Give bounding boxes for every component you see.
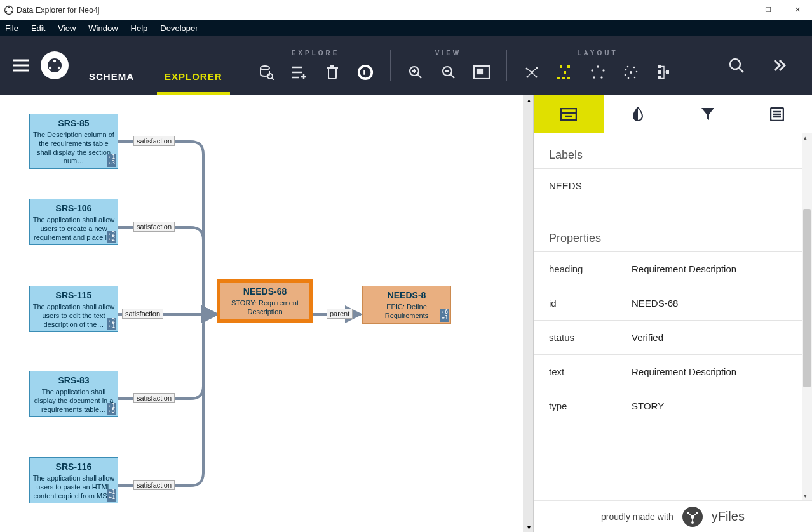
property-row: textRequirement Description — [534, 354, 812, 389]
menu-window[interactable]: Window — [88, 23, 118, 33]
tab-schema[interactable]: SCHEMA — [86, 71, 137, 95]
yfiles-logo-icon — [682, 507, 703, 527]
circle-play-icon[interactable] — [357, 64, 374, 81]
svg-point-32 — [600, 76, 602, 78]
property-row: statusVerified — [534, 320, 812, 354]
property-row: headingRequirement Description — [534, 251, 812, 286]
svg-point-42 — [624, 74, 626, 76]
svg-rect-43 — [658, 65, 661, 68]
svg-rect-44 — [658, 70, 661, 74]
svg-rect-29 — [567, 77, 570, 79]
edge-label: satisfaction — [122, 309, 163, 319]
svg-point-36 — [625, 69, 626, 71]
expand-icon[interactable] — [771, 57, 788, 74]
svg-rect-28 — [562, 77, 565, 79]
svg-point-34 — [591, 69, 593, 71]
svg-rect-45 — [658, 76, 661, 79]
edge-label: parent — [327, 309, 353, 319]
svg-point-40 — [633, 77, 635, 79]
search-icon[interactable] — [728, 57, 745, 74]
svg-rect-25 — [567, 65, 570, 68]
svg-rect-46 — [666, 70, 669, 74]
svg-rect-13 — [363, 70, 365, 74]
menu-view[interactable]: View — [58, 23, 76, 33]
add-list-icon[interactable] — [291, 64, 308, 81]
node-srs-115[interactable]: SRS-115 The application shall allow user… — [29, 286, 118, 332]
svg-point-35 — [630, 71, 632, 74]
node-srs-83[interactable]: SRS-83 The application shall display the… — [29, 371, 118, 417]
svg-point-12 — [360, 67, 370, 78]
zoom-in-icon[interactable] — [407, 64, 424, 81]
edge-label: satisfaction — [133, 393, 175, 403]
panel-tab-details[interactable] — [534, 95, 604, 133]
property-row: idNEEDS-68 — [534, 286, 812, 320]
app-icon — [4, 5, 14, 15]
edge-label: satisfaction — [133, 136, 175, 146]
svg-point-31 — [602, 69, 604, 71]
panel-tab-style[interactable] — [604, 95, 673, 133]
fit-icon[interactable] — [473, 64, 490, 81]
panel-vertical-scrollbar[interactable]: ▴ ▾ — [802, 133, 812, 500]
svg-point-38 — [633, 67, 635, 69]
group-label-view: VIEW — [435, 50, 462, 57]
svg-point-8 — [58, 66, 60, 69]
svg-point-6 — [53, 59, 56, 62]
svg-point-47 — [730, 59, 740, 69]
svg-rect-48 — [561, 109, 576, 120]
svg-point-9 — [261, 66, 269, 70]
node-srs-116[interactable]: SRS-116 The application shall allow user… — [29, 457, 118, 503]
delete-icon[interactable] — [324, 64, 341, 81]
minimize-button[interactable]: — — [724, 0, 754, 20]
layout-hierarchic-icon[interactable] — [557, 64, 573, 81]
node-srs-106[interactable]: SRS-106 The application shall allow user… — [29, 199, 118, 245]
node-srs-85[interactable]: SRS-85 The Description column of the req… — [29, 114, 118, 169]
svg-point-33 — [593, 76, 595, 78]
hamburger-icon[interactable] — [13, 57, 29, 74]
panel-tab-list[interactable] — [743, 95, 813, 133]
property-row: typeSTORY — [534, 389, 812, 423]
group-label-explore: EXPLORE — [292, 50, 340, 57]
properties-heading: Properties — [534, 216, 812, 251]
main-toolbar: SCHEMA EXPLORER EXPLORE VIEW LAYOUT — [0, 36, 812, 95]
tab-explorer[interactable]: EXPLORER — [162, 71, 225, 95]
app-logo[interactable] — [41, 51, 69, 79]
layout-circular-icon[interactable] — [590, 64, 606, 81]
maximize-button[interactable]: ☐ — [754, 0, 783, 20]
canvas-vertical-scrollbar[interactable]: ▴ ▾ — [527, 95, 533, 532]
svg-point-30 — [597, 65, 599, 67]
node-needs-68[interactable]: NEEDS-68 STORY: Requirement Description — [217, 279, 313, 323]
svg-rect-27 — [557, 77, 560, 79]
graph-canvas[interactable]: SRS-85 The Description column of the req… — [0, 95, 534, 532]
window-title: Data Explorer for Neo4j — [17, 6, 100, 15]
details-panel: Labels NEEDS Properties headingRequireme… — [534, 95, 812, 532]
group-label-layout: LAYOUT — [577, 50, 618, 57]
svg-point-39 — [635, 71, 637, 73]
menu-developer[interactable]: Developer — [160, 23, 198, 33]
panel-footer: proudly made with yFiles — [534, 500, 812, 532]
svg-point-3 — [11, 11, 13, 13]
db-search-icon[interactable] — [258, 64, 274, 81]
labels-heading: Labels — [534, 133, 812, 168]
zoom-out-icon[interactable] — [440, 64, 457, 81]
labels-value: NEEDS — [549, 180, 632, 191]
svg-rect-24 — [560, 65, 562, 68]
svg-rect-26 — [564, 71, 566, 74]
menu-help[interactable]: Help — [131, 23, 148, 33]
close-button[interactable]: ✕ — [783, 0, 812, 20]
svg-point-37 — [626, 66, 628, 68]
layout-tree-icon[interactable] — [656, 64, 672, 81]
svg-point-7 — [49, 66, 51, 69]
svg-point-1 — [8, 6, 10, 8]
panel-tab-filter[interactable] — [673, 95, 743, 133]
edge-label: satisfaction — [133, 222, 175, 232]
menu-edit[interactable]: Edit — [31, 23, 45, 33]
svg-point-41 — [627, 77, 629, 79]
menu-file[interactable]: File — [5, 23, 18, 33]
edge-label: satisfaction — [133, 480, 175, 490]
menu-bar: File Edit View Window Help Developer — [0, 20, 812, 36]
layout-organic-icon[interactable] — [524, 64, 540, 81]
layout-radial-icon[interactable] — [623, 64, 639, 81]
svg-point-2 — [6, 11, 8, 13]
svg-rect-18 — [477, 69, 482, 74]
node-needs-8[interactable]: NEEDS-8 EPIC: Define Requirements ←6↔1 — [362, 286, 451, 324]
